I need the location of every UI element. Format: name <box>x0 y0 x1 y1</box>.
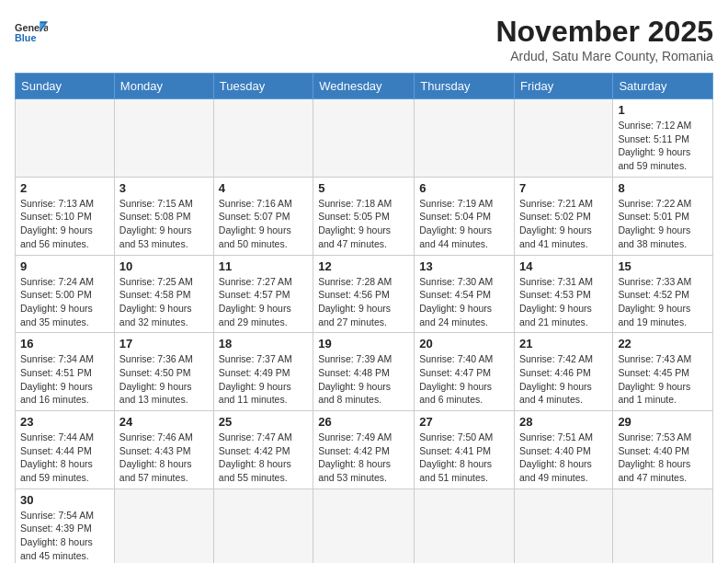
day-number: 23 <box>20 415 109 429</box>
calendar-cell <box>313 488 415 563</box>
day-number: 18 <box>219 337 308 350</box>
day-number: 26 <box>318 415 409 429</box>
calendar-cell: 2Sunrise: 7:13 AM Sunset: 5:10 PM Daylig… <box>16 177 115 255</box>
day-info: Sunrise: 7:13 AM Sunset: 5:10 PM Dayligh… <box>20 197 109 251</box>
day-info: Sunrise: 7:54 AM Sunset: 4:39 PM Dayligh… <box>20 509 109 563</box>
day-info: Sunrise: 7:51 AM Sunset: 4:40 PM Dayligh… <box>519 431 608 485</box>
day-number: 20 <box>419 337 509 350</box>
calendar-cell: 7Sunrise: 7:21 AM Sunset: 5:02 PM Daylig… <box>515 177 613 255</box>
day-info: Sunrise: 7:40 AM Sunset: 4:47 PM Dayligh… <box>419 352 509 407</box>
calendar-cell: 17Sunrise: 7:36 AM Sunset: 4:50 PM Dayli… <box>114 333 213 411</box>
day-number: 5 <box>318 181 409 195</box>
calendar-cell: 21Sunrise: 7:42 AM Sunset: 4:46 PM Dayli… <box>515 333 613 411</box>
weekday-header-friday: Friday <box>515 74 613 99</box>
week-row-6: 30Sunrise: 7:54 AM Sunset: 4:39 PM Dayli… <box>16 488 713 563</box>
calendar-cell <box>114 99 213 178</box>
calendar-cell: 16Sunrise: 7:34 AM Sunset: 4:51 PM Dayli… <box>16 333 115 411</box>
week-row-4: 16Sunrise: 7:34 AM Sunset: 4:51 PM Dayli… <box>16 333 713 411</box>
page-header: General Blue November 2025 Ardud, Satu M… <box>15 15 713 63</box>
day-info: Sunrise: 7:15 AM Sunset: 5:08 PM Dayligh… <box>119 197 209 251</box>
day-info: Sunrise: 7:28 AM Sunset: 4:56 PM Dayligh… <box>318 275 409 329</box>
weekday-header-sunday: Sunday <box>16 74 115 99</box>
day-info: Sunrise: 7:39 AM Sunset: 4:48 PM Dayligh… <box>318 352 409 407</box>
day-number: 19 <box>318 337 409 350</box>
day-info: Sunrise: 7:18 AM Sunset: 5:05 PM Dayligh… <box>318 197 409 251</box>
day-number: 13 <box>419 259 509 273</box>
day-number: 11 <box>219 259 308 273</box>
day-info: Sunrise: 7:42 AM Sunset: 4:46 PM Dayligh… <box>519 352 608 407</box>
calendar-cell <box>515 488 613 563</box>
week-row-2: 2Sunrise: 7:13 AM Sunset: 5:10 PM Daylig… <box>16 177 713 255</box>
week-row-3: 9Sunrise: 7:24 AM Sunset: 5:00 PM Daylig… <box>16 255 713 333</box>
calendar-cell: 12Sunrise: 7:28 AM Sunset: 4:56 PM Dayli… <box>313 255 415 333</box>
day-info: Sunrise: 7:27 AM Sunset: 4:57 PM Dayligh… <box>219 275 308 329</box>
day-number: 3 <box>119 181 209 195</box>
calendar-title-section: November 2025 Ardud, Satu Mare County, R… <box>495 15 713 63</box>
day-info: Sunrise: 7:49 AM Sunset: 4:42 PM Dayligh… <box>318 431 409 485</box>
day-number: 14 <box>519 259 608 273</box>
calendar-cell: 19Sunrise: 7:39 AM Sunset: 4:48 PM Dayli… <box>313 333 415 411</box>
weekday-header-row: SundayMondayTuesdayWednesdayThursdayFrid… <box>16 74 713 99</box>
day-number: 16 <box>20 337 109 350</box>
day-info: Sunrise: 7:50 AM Sunset: 4:41 PM Dayligh… <box>419 431 509 485</box>
day-number: 27 <box>419 415 509 429</box>
day-number: 17 <box>119 337 209 350</box>
day-info: Sunrise: 7:33 AM Sunset: 4:52 PM Dayligh… <box>618 275 708 329</box>
day-info: Sunrise: 7:43 AM Sunset: 4:45 PM Dayligh… <box>618 352 708 407</box>
calendar-cell: 11Sunrise: 7:27 AM Sunset: 4:57 PM Dayli… <box>213 255 313 333</box>
day-number: 28 <box>519 415 608 429</box>
calendar-cell: 4Sunrise: 7:16 AM Sunset: 5:07 PM Daylig… <box>213 177 313 255</box>
day-number: 7 <box>519 181 608 195</box>
day-number: 1 <box>618 103 708 117</box>
weekday-header-wednesday: Wednesday <box>313 74 415 99</box>
week-row-5: 23Sunrise: 7:44 AM Sunset: 4:44 PM Dayli… <box>16 411 713 489</box>
calendar-cell: 23Sunrise: 7:44 AM Sunset: 4:44 PM Dayli… <box>16 411 115 489</box>
day-info: Sunrise: 7:19 AM Sunset: 5:04 PM Dayligh… <box>419 197 509 251</box>
day-number: 4 <box>219 181 308 195</box>
day-info: Sunrise: 7:24 AM Sunset: 5:00 PM Dayligh… <box>20 275 109 329</box>
day-info: Sunrise: 7:30 AM Sunset: 4:54 PM Dayligh… <box>419 275 509 329</box>
calendar-cell: 18Sunrise: 7:37 AM Sunset: 4:49 PM Dayli… <box>213 333 313 411</box>
day-number: 10 <box>119 259 209 273</box>
day-number: 22 <box>618 337 708 350</box>
logo: General Blue <box>15 15 48 48</box>
weekday-header-saturday: Saturday <box>613 74 713 99</box>
calendar-cell: 9Sunrise: 7:24 AM Sunset: 5:00 PM Daylig… <box>16 255 115 333</box>
location-title: Ardud, Satu Mare County, Romania <box>495 49 713 63</box>
day-info: Sunrise: 7:53 AM Sunset: 4:40 PM Dayligh… <box>618 431 708 485</box>
day-number: 15 <box>618 259 708 273</box>
day-info: Sunrise: 7:47 AM Sunset: 4:42 PM Dayligh… <box>219 431 308 485</box>
day-number: 6 <box>419 181 509 195</box>
weekday-header-tuesday: Tuesday <box>213 74 313 99</box>
calendar-cell <box>213 488 313 563</box>
calendar-cell <box>613 488 713 563</box>
calendar-cell: 27Sunrise: 7:50 AM Sunset: 4:41 PM Dayli… <box>415 411 515 489</box>
calendar-table: SundayMondayTuesdayWednesdayThursdayFrid… <box>15 73 713 563</box>
day-info: Sunrise: 7:12 AM Sunset: 5:11 PM Dayligh… <box>618 119 708 173</box>
weekday-header-thursday: Thursday <box>415 74 515 99</box>
calendar-cell <box>415 488 515 563</box>
calendar-cell <box>313 99 415 178</box>
day-number: 8 <box>618 181 708 195</box>
calendar-cell: 10Sunrise: 7:25 AM Sunset: 4:58 PM Dayli… <box>114 255 213 333</box>
day-number: 25 <box>219 415 308 429</box>
calendar-cell: 25Sunrise: 7:47 AM Sunset: 4:42 PM Dayli… <box>213 411 313 489</box>
calendar-cell: 28Sunrise: 7:51 AM Sunset: 4:40 PM Dayli… <box>515 411 613 489</box>
svg-text:Blue: Blue <box>15 32 36 43</box>
calendar-cell: 6Sunrise: 7:19 AM Sunset: 5:04 PM Daylig… <box>415 177 515 255</box>
month-title: November 2025 <box>495 15 713 49</box>
calendar-cell: 29Sunrise: 7:53 AM Sunset: 4:40 PM Dayli… <box>613 411 713 489</box>
day-number: 24 <box>119 415 209 429</box>
day-info: Sunrise: 7:21 AM Sunset: 5:02 PM Dayligh… <box>519 197 608 251</box>
day-info: Sunrise: 7:31 AM Sunset: 4:53 PM Dayligh… <box>519 275 608 329</box>
general-blue-logo-icon: General Blue <box>15 15 48 48</box>
calendar-cell <box>114 488 213 563</box>
calendar-cell: 26Sunrise: 7:49 AM Sunset: 4:42 PM Dayli… <box>313 411 415 489</box>
day-info: Sunrise: 7:46 AM Sunset: 4:43 PM Dayligh… <box>119 431 209 485</box>
calendar-cell: 8Sunrise: 7:22 AM Sunset: 5:01 PM Daylig… <box>613 177 713 255</box>
day-info: Sunrise: 7:36 AM Sunset: 4:50 PM Dayligh… <box>119 352 209 407</box>
day-info: Sunrise: 7:44 AM Sunset: 4:44 PM Dayligh… <box>20 431 109 485</box>
day-number: 12 <box>318 259 409 273</box>
day-info: Sunrise: 7:25 AM Sunset: 4:58 PM Dayligh… <box>119 275 209 329</box>
calendar-cell: 24Sunrise: 7:46 AM Sunset: 4:43 PM Dayli… <box>114 411 213 489</box>
